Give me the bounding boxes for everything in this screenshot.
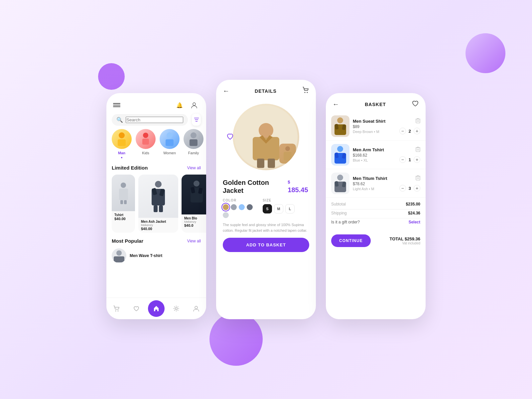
product-main-image — [233, 104, 299, 170]
category-women-label: Women — [163, 151, 176, 155]
svg-rect-61 — [416, 176, 420, 180]
delete-item-0[interactable] — [416, 118, 420, 124]
divider-2 — [331, 218, 420, 218]
svg-rect-53 — [416, 148, 420, 152]
most-popular-row[interactable]: Men Wave T-shirt — [106, 246, 206, 266]
subtotal-label: Subtotal — [331, 202, 346, 206]
menu-icon[interactable] — [113, 103, 120, 107]
most-popular-view-all[interactable]: View all — [187, 239, 201, 243]
gift-label: Is it a gift order? — [331, 220, 360, 224]
basket-summary: Subtotal $235.00 Shipping $24.36 Is it a… — [326, 198, 426, 231]
svg-rect-38 — [268, 159, 275, 168]
product-price-1: $40.00 — [141, 227, 176, 231]
shipping-label: Shipping — [331, 211, 347, 215]
qty-decrease-2[interactable]: − — [399, 185, 406, 192]
limited-edition-view-all[interactable]: View all — [187, 166, 201, 170]
popular-item-name: Men Wave T-shirt — [130, 253, 201, 258]
color-tan[interactable] — [223, 204, 229, 210]
product-card-1[interactable]: Men Ash Jacket Mekenzy $40.00 — [138, 175, 178, 233]
color-options — [223, 204, 256, 218]
search-input[interactable] — [126, 117, 183, 123]
product-card-partial[interactable]: Tshirt $40.00 — [112, 175, 135, 233]
color-light-gray[interactable] — [223, 212, 229, 218]
basket-item-name-2: Men Titum Tshirt — [353, 176, 396, 181]
basket-item-variant-2: Light Ash • M — [353, 187, 396, 191]
search-icon: 🔍 — [116, 117, 123, 123]
avatar-icon[interactable] — [189, 100, 200, 110]
qty-value-2: 3 — [409, 186, 411, 191]
size-options: S M L — [263, 204, 295, 213]
details-cart-icon[interactable] — [302, 86, 309, 95]
basket-item-controls-1: − 1 + — [399, 147, 420, 163]
svg-point-8 — [167, 132, 173, 138]
svg-point-49 — [337, 146, 343, 152]
basket-item-0: Men Sueat Shirt $89 Deep Brown • M − — [326, 112, 426, 141]
size-l[interactable]: L — [285, 204, 295, 213]
svg-point-41 — [337, 117, 343, 123]
svg-rect-37 — [257, 159, 264, 168]
continue-button[interactable]: CONTINUE — [331, 234, 371, 247]
limited-edition-title: Limited Edition — [112, 165, 148, 171]
svg-rect-21 — [159, 205, 163, 212]
color-dark-gray[interactable] — [247, 204, 253, 210]
color-gray[interactable] — [231, 204, 237, 210]
bg-circle-purple-top-right — [466, 33, 505, 73]
basket-header: ← BASKET — [326, 93, 426, 112]
product-brand-1: Mekenzy — [141, 223, 176, 227]
color-blue[interactable] — [239, 204, 245, 210]
nav-cart[interactable] — [108, 300, 125, 317]
svg-point-22 — [194, 181, 200, 187]
notification-icon[interactable]: 🔔 — [174, 100, 185, 110]
size-s[interactable]: S — [263, 204, 272, 213]
svg-rect-7 — [142, 139, 149, 145]
divider-1 — [331, 209, 420, 209]
qty-decrease-0[interactable]: − — [399, 128, 406, 134]
color-group: COLOR — [223, 199, 256, 218]
basket-item-price-2: $78.62 — [353, 182, 396, 186]
filter-button[interactable] — [192, 114, 201, 126]
products-row: Tshirt $40.00 — [106, 173, 206, 235]
qty-increase-2[interactable]: + — [414, 185, 420, 192]
basket-item-name-0: Men Sueat Shirt — [353, 119, 396, 124]
total-label: TOTAL $259.36 — [390, 236, 421, 241]
product-description: The supple feel and glossy shine of 100%… — [223, 222, 309, 233]
delete-item-1[interactable] — [416, 147, 420, 153]
details-wishlist-button[interactable] — [226, 132, 234, 142]
basket-item-2: Men Titum Tshirt $78.62 Light Ash • M − — [326, 169, 426, 198]
nav-wishlist[interactable] — [128, 300, 145, 317]
product-name-price-row: Golden Cotton Jacket $185.45 — [223, 179, 309, 195]
basket-heart-icon[interactable] — [412, 100, 419, 109]
size-m[interactable]: M — [274, 204, 283, 213]
category-women[interactable]: Women — [160, 129, 180, 158]
qty-decrease-1[interactable]: − — [399, 156, 406, 163]
qty-increase-1[interactable]: + — [414, 156, 420, 163]
nav-settings[interactable] — [168, 300, 185, 317]
nav-home[interactable] — [148, 300, 165, 317]
category-kids[interactable]: Kids — [136, 129, 156, 158]
svg-point-30 — [175, 308, 177, 310]
qty-increase-0[interactable]: + — [414, 128, 420, 134]
product-card-2[interactable]: Men Blo Mekenzy $40.0 — [182, 175, 206, 233]
category-man[interactable]: Man — [112, 129, 132, 158]
category-family[interactable]: Family — [184, 129, 203, 158]
details-back-button[interactable]: ← — [223, 87, 229, 95]
product-small-thumb — [279, 144, 296, 164]
phone-browse: 🔔 🔍 — [106, 93, 206, 319]
popular-thumb — [112, 248, 126, 263]
most-popular-title: Most Popular — [112, 238, 143, 244]
basket-item-info-2: Men Titum Tshirt $78.62 Light Ash • M — [353, 176, 396, 191]
category-family-label: Family — [188, 151, 199, 155]
nav-profile[interactable] — [188, 300, 204, 317]
delete-item-2[interactable] — [416, 175, 420, 182]
gift-select[interactable]: Select — [409, 220, 420, 224]
svg-point-36 — [259, 123, 273, 138]
basket-back-button[interactable]: ← — [332, 100, 339, 108]
total-block: TOTAL $259.36 Vat included — [390, 236, 421, 245]
svg-point-6 — [143, 133, 148, 138]
size-label: SIZE — [263, 199, 295, 202]
add-to-basket-button[interactable]: ADD TO BASKET — [223, 238, 309, 252]
svg-rect-11 — [190, 139, 198, 146]
header-icons: 🔔 — [174, 100, 200, 110]
svg-rect-9 — [166, 139, 174, 146]
svg-rect-5 — [118, 139, 126, 146]
